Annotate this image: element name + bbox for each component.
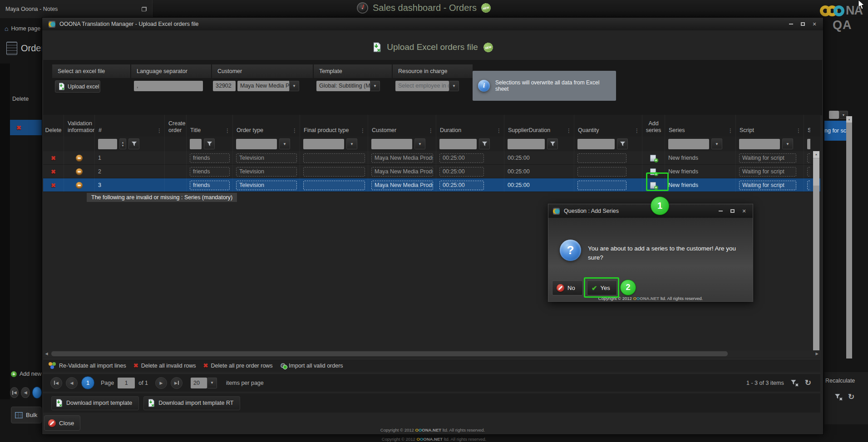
- table-row[interactable]: ✖ 2 friends Television Maya New Media Pr…: [43, 165, 820, 178]
- template-dropdown-arrow-icon[interactable]: ▼: [370, 81, 380, 91]
- window-titlebar[interactable]: OOONA Translation Manager - Upload Excel…: [42, 18, 823, 30]
- column-menu-icon[interactable]: ⋮: [225, 128, 232, 134]
- col-header-partial[interactable]: S: [804, 115, 810, 137]
- order-type-filter-select[interactable]: [236, 139, 277, 149]
- import-valid-button[interactable]: ⚙Import all valid orders: [280, 362, 343, 369]
- customer-cell[interactable]: Maya New Media Produ: [371, 167, 433, 177]
- customer-filter-select[interactable]: [371, 139, 412, 149]
- customer-cell[interactable]: Maya New Media Produ: [371, 181, 433, 190]
- scroll-left-icon[interactable]: ◀: [43, 352, 50, 356]
- download-template-button[interactable]: Download import template: [51, 396, 139, 410]
- recalculate-button[interactable]: Recalculate: [824, 372, 868, 384]
- quantity-cell[interactable]: [577, 181, 626, 190]
- add-series-icon[interactable]: [650, 155, 657, 162]
- create-order-cell[interactable]: [165, 165, 187, 178]
- bg-selected-row-fragment[interactable]: ✖: [10, 120, 42, 135]
- create-order-cell[interactable]: [165, 178, 187, 192]
- quantity-filter-funnel-icon[interactable]: [617, 138, 628, 149]
- bg-vertical-scrollbar[interactable]: ▲: [846, 116, 852, 359]
- current-page-button[interactable]: 1: [81, 376, 94, 389]
- delete-row-icon[interactable]: ✖: [51, 182, 56, 189]
- script-filter-arrow-icon[interactable]: ▼: [782, 138, 793, 149]
- refresh-icon[interactable]: ↻: [805, 378, 811, 388]
- clear-filter-icon[interactable]: [790, 379, 799, 387]
- hscroll-thumb[interactable]: [51, 351, 728, 356]
- column-menu-icon[interactable]: ⋮: [566, 128, 574, 134]
- order-type-cell[interactable]: Television: [236, 153, 297, 163]
- final-product-cell[interactable]: [303, 181, 365, 190]
- column-menu-icon[interactable]: ⋮: [360, 128, 368, 134]
- customer-filter-arrow-icon[interactable]: ▼: [414, 138, 425, 149]
- sidebar-item-home[interactable]: ⌂ Home page: [5, 25, 40, 32]
- revalidate-button[interactable]: Re-Validate all import lines: [49, 362, 126, 369]
- table-vertical-scrollbar[interactable]: ▲: [813, 151, 819, 351]
- col-header-supplier-duration[interactable]: SupplierDuration⋮: [504, 115, 574, 137]
- validation-status-icon[interactable]: [76, 168, 83, 175]
- num-spinner[interactable]: ▲▼: [119, 138, 126, 149]
- title-filter-input[interactable]: [190, 139, 202, 149]
- bg-current-page[interactable]: [32, 387, 42, 398]
- minimize-button[interactable]: [786, 21, 796, 28]
- final-product-filter-select[interactable]: [303, 139, 344, 149]
- duration-filter-funnel-icon[interactable]: [479, 138, 490, 149]
- num-filter-input[interactable]: [98, 139, 117, 149]
- column-menu-icon[interactable]: ⋮: [728, 128, 735, 134]
- title-cell[interactable]: friends: [190, 153, 230, 163]
- title-filter-funnel-icon[interactable]: [204, 138, 215, 149]
- col-header-add-series[interactable]: Add series: [642, 115, 665, 137]
- notes-tab[interactable]: Maya Ooona - Notes: [0, 0, 153, 18]
- scroll-right-icon[interactable]: ▶: [814, 352, 820, 356]
- col-header-quantity[interactable]: Quantity⋮: [574, 115, 642, 137]
- column-menu-icon[interactable]: ⋮: [157, 128, 164, 134]
- bg-filter-input[interactable]: [829, 111, 839, 119]
- bulk-button[interactable]: Bulk: [11, 407, 42, 423]
- next-page-button[interactable]: ▶: [155, 377, 167, 389]
- script-cell[interactable]: Waiting for script: [739, 167, 796, 177]
- delete-row-icon[interactable]: ✖: [51, 168, 56, 175]
- quantity-cell[interactable]: [577, 153, 626, 163]
- quantity-filter-input[interactable]: [577, 139, 615, 149]
- customer-dropdown-arrow-icon[interactable]: ▼: [289, 81, 299, 91]
- column-menu-icon[interactable]: ⋮: [634, 128, 642, 134]
- bg-clear-filter-icon[interactable]: [834, 393, 843, 401]
- table-horizontal-scrollbar[interactable]: ◀ ▶: [43, 350, 820, 357]
- bg-refresh-icon[interactable]: ↻: [848, 392, 854, 402]
- first-page-button[interactable]: ◀: [50, 377, 62, 389]
- series-filter-select[interactable]: [668, 139, 709, 149]
- last-page-button[interactable]: ▶: [171, 377, 182, 389]
- duration-cell[interactable]: 00:25:00: [439, 153, 484, 163]
- download-template-rt-button[interactable]: Download import template RT: [143, 396, 240, 410]
- bg-first-page-button[interactable]: ◀: [10, 387, 19, 398]
- no-button[interactable]: No: [552, 280, 583, 295]
- col-header-num[interactable]: #⋮: [95, 115, 165, 137]
- script-cell[interactable]: Waiting for script: [739, 181, 796, 190]
- col-header-final-product[interactable]: Final product type⋮: [300, 115, 368, 137]
- quantity-cell[interactable]: [577, 167, 626, 177]
- scroll-thumb[interactable]: [813, 158, 819, 186]
- num-filter-funnel-icon[interactable]: [128, 138, 139, 149]
- title-cell[interactable]: friends: [190, 181, 230, 190]
- delete-row-icon[interactable]: ✖: [16, 124, 21, 131]
- col-header-duration[interactable]: Duration⋮: [436, 115, 504, 137]
- add-new-button[interactable]: Add new: [11, 371, 42, 377]
- template-dropdown[interactable]: Global: Subtitling (Ma... ▼: [316, 81, 380, 91]
- bg-prev-page-button[interactable]: ◀: [21, 387, 30, 398]
- col-header-validation[interactable]: Validation information: [64, 115, 95, 137]
- table-row-selected[interactable]: ✖ 3 friends Television Maya New Media Pr…: [43, 178, 820, 192]
- delete-row-icon[interactable]: ✖: [51, 155, 56, 162]
- delete-invalid-button[interactable]: ✖Delete all invalid rows: [133, 362, 196, 369]
- customer-id-input[interactable]: 32902: [213, 81, 236, 91]
- delete-preorder-button[interactable]: ✖Delete all pre order rows: [203, 362, 273, 369]
- col-header-create-order[interactable]: Create order: [165, 115, 187, 137]
- final-product-filter-arrow-icon[interactable]: ▼: [346, 138, 357, 149]
- column-menu-icon[interactable]: ⋮: [496, 128, 504, 134]
- page-size-arrow-icon[interactable]: ▼: [207, 378, 217, 388]
- col-header-customer[interactable]: Customer⋮: [368, 115, 436, 137]
- dialog-minimize-button[interactable]: [715, 208, 725, 215]
- supplier-duration-filter-input[interactable]: [508, 139, 545, 149]
- page-number-input[interactable]: 1: [118, 378, 135, 388]
- bg-scroll-up-icon[interactable]: ▲: [846, 116, 852, 123]
- resource-dropdown[interactable]: Select employee in ch... ▼: [395, 81, 459, 91]
- final-product-cell[interactable]: [303, 153, 365, 163]
- validation-status-icon[interactable]: [76, 182, 83, 189]
